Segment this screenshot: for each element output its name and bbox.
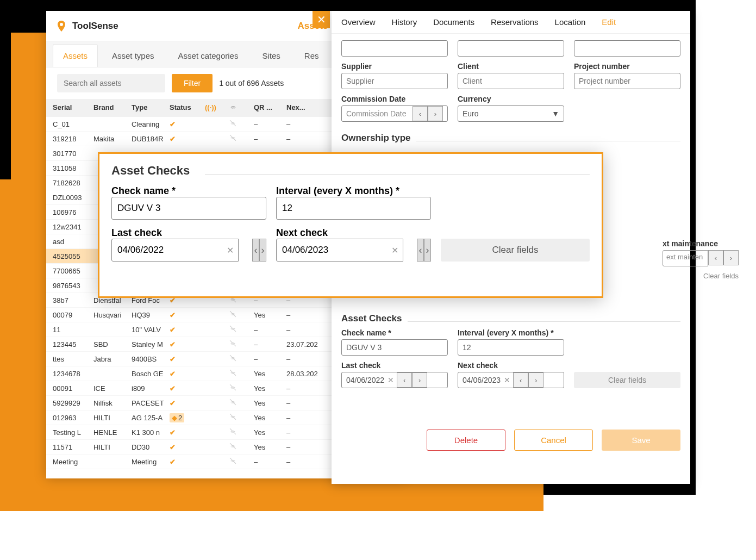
commission-next[interactable]: ›: [428, 106, 443, 121]
col-status[interactable]: Status: [170, 103, 205, 113]
next-prev[interactable]: ‹: [417, 239, 424, 262]
last-check-input-small[interactable]: 04/06/2022✕‹›: [341, 372, 448, 388]
empty-field-3[interactable]: [574, 40, 680, 57]
next-maint-label: xt maintenance: [663, 239, 739, 248]
check-name-input[interactable]: [111, 197, 266, 220]
col-next[interactable]: Nex...: [286, 103, 335, 113]
nm-clear-fields[interactable]: Clear fields: [663, 272, 739, 280]
nm-prev[interactable]: ‹: [708, 250, 723, 265]
next-next-small[interactable]: ›: [528, 372, 543, 388]
tab-history[interactable]: History: [392, 17, 417, 27]
empty-field-2[interactable]: [458, 40, 564, 57]
client-label: Client: [458, 62, 564, 71]
next-clear-icon-big[interactable]: ✕: [388, 245, 402, 256]
cancel-button[interactable]: Cancel: [514, 430, 593, 451]
last-next[interactable]: ›: [259, 239, 266, 262]
supplier-label: Supplier: [341, 62, 448, 71]
tab-edit[interactable]: Edit: [602, 17, 616, 27]
interval-label: Interval (every X months) *: [276, 185, 431, 197]
clear-fields-small[interactable]: Clear fields: [574, 372, 680, 388]
col-type[interactable]: Type: [132, 103, 170, 113]
close-button[interactable]: ✕: [313, 11, 330, 28]
popup-clear-fields[interactable]: Clear fields: [441, 239, 590, 262]
next-check-label-small: Next check: [458, 361, 564, 370]
tab-documents[interactable]: Documents: [433, 17, 474, 27]
last-prev[interactable]: ‹: [252, 239, 259, 262]
next-prev-small[interactable]: ‹: [513, 372, 528, 388]
nm-next[interactable]: ›: [723, 250, 739, 265]
last-next-small[interactable]: ›: [412, 372, 427, 388]
next-check-input[interactable]: [276, 239, 403, 262]
popup-title: Asset Checks: [111, 164, 190, 178]
save-button[interactable]: Save: [602, 430, 680, 451]
next-maint-input[interactable]: ext mainten: [663, 250, 708, 266]
ownership-heading: Ownership type: [341, 133, 411, 144]
panel-tabs: Overview History Documents Reservations …: [332, 11, 690, 34]
tab-location[interactable]: Location: [555, 17, 586, 27]
client-input[interactable]: [458, 73, 564, 89]
last-prev-small[interactable]: ‹: [397, 372, 412, 388]
interval-label-small: Interval (every X months) *: [458, 328, 564, 337]
interval-input-small[interactable]: [458, 339, 564, 356]
col-signal[interactable]: ((·)): [205, 103, 229, 113]
subtab-reservations-partial[interactable]: Res: [295, 45, 329, 67]
col-serial[interactable]: Serial: [53, 103, 93, 113]
last-check-label: Last check: [111, 227, 266, 239]
search-input[interactable]: [57, 74, 165, 92]
chevron-down-icon: ▼: [552, 109, 559, 118]
col-qr[interactable]: QR ...: [254, 103, 286, 113]
commission-date[interactable]: Commission Date‹›: [341, 105, 448, 122]
currency-label: Currency: [458, 95, 564, 103]
subtab-asset-types[interactable]: Asset types: [102, 45, 164, 67]
next-maintenance-field: xt maintenance ext mainten ‹ › Clear fie…: [663, 239, 739, 280]
check-name-label-small: Check name *: [341, 328, 448, 337]
tab-reservations[interactable]: Reservations: [491, 17, 539, 27]
last-clear-icon[interactable]: ✕: [384, 376, 397, 384]
subtab-sites[interactable]: Sites: [252, 45, 290, 67]
check-name-input-small[interactable]: [341, 339, 448, 356]
last-clear-icon-big[interactable]: ✕: [223, 245, 237, 256]
last-check-input[interactable]: [111, 239, 239, 262]
empty-field-1[interactable]: [341, 40, 448, 57]
col-wifi-icon[interactable]: [229, 103, 254, 113]
result-count: 1 out of 696 Assets: [219, 79, 284, 88]
asset-checks-heading: Asset Checks: [341, 313, 402, 324]
supplier-input[interactable]: [341, 73, 448, 89]
project-input[interactable]: [574, 73, 680, 89]
next-check-label: Next check: [276, 227, 431, 239]
last-check-label-small: Last check: [341, 361, 448, 370]
project-label: Project number: [574, 62, 680, 71]
logo-icon: [55, 20, 68, 33]
currency-select[interactable]: Euro▼: [458, 105, 564, 122]
delete-button[interactable]: Delete: [427, 430, 505, 451]
col-brand[interactable]: Brand: [93, 103, 132, 113]
asset-checks-popup: Asset Checks Check name * Interval (ever…: [98, 152, 603, 298]
interval-input[interactable]: [276, 197, 431, 220]
subtab-asset-categories[interactable]: Asset categories: [168, 45, 248, 67]
check-name-label: Check name *: [111, 185, 266, 197]
commission-prev[interactable]: ‹: [413, 106, 428, 121]
tab-overview[interactable]: Overview: [341, 17, 376, 27]
next-check-input-small[interactable]: 04/06/2023✕‹›: [458, 372, 564, 388]
commission-label: Commission Date: [341, 95, 448, 103]
app-name: ToolSense: [72, 21, 118, 32]
next-clear-icon[interactable]: ✕: [501, 376, 514, 384]
filter-button[interactable]: Filter: [172, 74, 213, 92]
subtab-assets[interactable]: Assets: [53, 44, 98, 67]
next-next[interactable]: ›: [424, 239, 431, 262]
